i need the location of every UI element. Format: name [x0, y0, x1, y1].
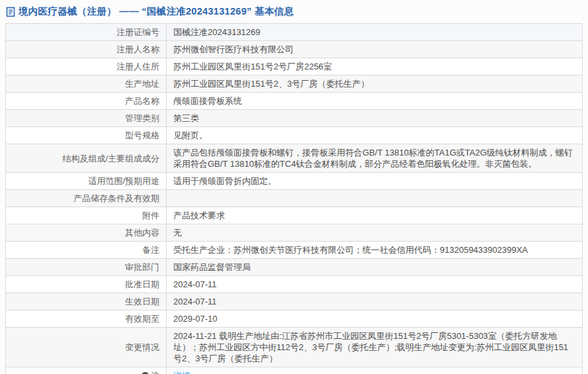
- row-label: 生效日期: [6, 293, 167, 310]
- row-label-text: 备注: [142, 245, 159, 255]
- row-value: [167, 190, 583, 207]
- row-value: 苏州工业园区凤里街151号2号厂房2256室: [167, 58, 583, 75]
- row-label-text: 审批部门: [125, 262, 159, 272]
- row-label: 生产地址: [6, 75, 167, 93]
- row-label-text: 其他内容: [125, 228, 159, 238]
- table-row: 有效期至 2029-07-10: [6, 310, 583, 328]
- row-label-text: 结构及组成/主要组成成分: [62, 154, 159, 164]
- row-label: 注: [6, 367, 167, 374]
- row-value: 该产品包括颅颌面接骨板和螺钉，接骨板采用符合GB/T 13810标准的TA1G或…: [167, 144, 583, 173]
- row-label: 审批部门: [6, 259, 167, 276]
- row-label: 产品名称: [6, 93, 167, 110]
- row-label: 型号规格: [6, 127, 167, 144]
- table-row: 注册人名称 苏州微创智行医疗科技有限公司: [6, 41, 583, 58]
- table-row: 附件 产品技术要求: [6, 207, 583, 224]
- row-value: 产品技术要求: [167, 207, 583, 224]
- row-label-text: 管理类别: [125, 113, 159, 123]
- row-value: 详情: [167, 367, 583, 374]
- row-value: 国械注准20243131269: [167, 24, 583, 41]
- row-label: 注册证编号: [6, 24, 167, 41]
- row-value: 2029-07-10: [167, 310, 583, 328]
- table-row: 生产地址 苏州工业园区凤里街151号2、3号厂房（委托生产）: [6, 75, 583, 93]
- row-label: 适用范围/预期用途: [6, 173, 167, 190]
- table-row: 审批部门 国家药品监督管理局: [6, 259, 583, 276]
- table-row: 产品储存条件及有效期: [6, 190, 583, 207]
- row-label-text: 有效期至: [125, 314, 159, 324]
- row-label-text: 批准日期: [125, 279, 159, 289]
- table-row: 注册证编号 国械注准20243131269: [6, 24, 583, 41]
- row-label: 管理类别: [6, 110, 167, 127]
- row-label-text: 适用范围/预期用途: [88, 176, 159, 186]
- row-label: 注册人住所: [6, 58, 167, 75]
- row-label: 有效期至: [6, 310, 167, 328]
- row-label-text: 变更情况: [125, 342, 159, 352]
- table-row: 结构及组成/主要组成成分 该产品包括颅颌面接骨板和螺钉，接骨板采用符合GB/T …: [6, 144, 583, 173]
- table-row: 型号规格 见附页。: [6, 127, 583, 144]
- row-value: 国家药品监督管理局: [167, 259, 583, 276]
- row-label-text: 产品名称: [125, 96, 159, 106]
- row-value: 受托生产企业：苏州微创关节医疗科技有限公司；统一社会信用代码：913205943…: [167, 242, 583, 259]
- row-label-text: 生效日期: [125, 297, 159, 306]
- row-label-text: 注: [151, 371, 159, 374]
- page-title: 境内医疗器械（注册） —— “国械注准20243131269” 基本信息: [19, 5, 294, 18]
- registration-info-table: 注册证编号 国械注准20243131269 注册人名称 苏州微创智行医疗科技有限…: [5, 23, 583, 374]
- row-label: 结构及组成/主要组成成分: [6, 144, 167, 173]
- row-label: 批准日期: [6, 276, 167, 293]
- row-label-text: 注册人住所: [116, 62, 159, 71]
- row-label-text: 产品储存条件及有效期: [73, 193, 159, 203]
- document-icon: [6, 7, 15, 17]
- row-value: 无: [167, 224, 583, 242]
- table-row: 备注 受托生产企业：苏州微创关节医疗科技有限公司；统一社会信用代码：913205…: [6, 242, 583, 259]
- table-row: 批准日期 2024-07-11: [6, 276, 583, 293]
- row-value: 苏州微创智行医疗科技有限公司: [167, 41, 583, 58]
- row-value: 2024-11-21 载明生产地址由:江苏省苏州市工业园区凤里街151号2号厂房…: [167, 328, 583, 367]
- row-label-text: 注册证编号: [116, 27, 159, 37]
- table-row: 注册人住所 苏州工业园区凤里街151号2号厂房2256室: [6, 58, 583, 75]
- table-row: 变更情况 2024-11-21 载明生产地址由:江苏省苏州市工业园区凤里街151…: [6, 328, 583, 367]
- row-label: 变更情况: [6, 328, 167, 367]
- row-value: 见附页。: [167, 127, 583, 144]
- row-label: 备注: [6, 242, 167, 259]
- row-value: 2024-07-11: [167, 276, 583, 293]
- page-header: 境内医疗器械（注册） —— “国械注准20243131269” 基本信息: [0, 0, 588, 22]
- row-value: 2024-07-11: [167, 293, 583, 310]
- row-label-text: 附件: [142, 210, 159, 220]
- row-value: 适用于颅颌面骨折内固定。: [167, 173, 583, 190]
- table-row: 生效日期 2024-07-11: [6, 293, 583, 310]
- row-label: 附件: [6, 207, 167, 224]
- table-row: 管理类别 第三类: [6, 110, 583, 127]
- table-row: 产品名称 颅颌面接骨板系统: [6, 93, 583, 110]
- row-value: 苏州工业园区凤里街151号2、3号厂房（委托生产）: [167, 75, 583, 93]
- row-label: 注册人名称: [6, 41, 167, 58]
- row-label-text: 型号规格: [125, 130, 159, 140]
- row-label: 其他内容: [6, 224, 167, 242]
- row-value: 颅颌面接骨板系统: [167, 93, 583, 110]
- table-row: 适用范围/预期用途 适用于颅颌面骨折内固定。: [6, 173, 583, 190]
- row-value: 第三类: [167, 110, 583, 127]
- detail-link[interactable]: 详情: [173, 371, 190, 374]
- row-label-text: 生产地址: [125, 79, 159, 89]
- row-label: 产品储存条件及有效期: [6, 190, 167, 207]
- table-row: 其他内容 无: [6, 224, 583, 242]
- row-label-text: 注册人名称: [116, 44, 159, 54]
- table-row: 注 详情: [6, 367, 583, 374]
